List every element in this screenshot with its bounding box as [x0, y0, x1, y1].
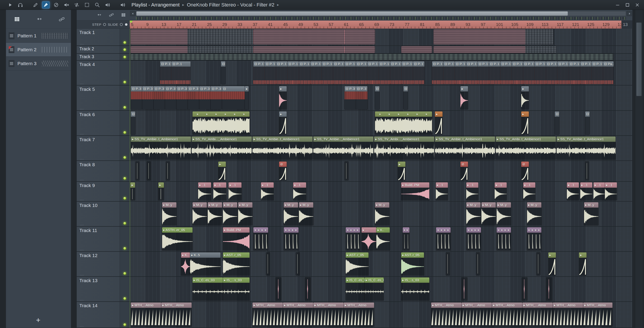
- clip-M..y[interactable]: ▸ M..y: [284, 202, 298, 225]
- clip-MTH_..Atmo[interactable]: ▸ MTH_..Atmo: [161, 302, 192, 327]
- clip-hit[interactable]: [522, 277, 528, 300]
- clip-P..3[interactable]: ⊟ P..3: [356, 86, 368, 109]
- clip-pp[interactable]: [434, 46, 526, 53]
- track-lane[interactable]: ▸⊘▸⊘⊘: [130, 161, 632, 181]
- track-lane[interactable]: ▸ IS_C..es_03▸ IS_...s_03▸ IS_C..es_03▸ …: [130, 277, 632, 301]
- clip-hit[interactable]: [276, 277, 282, 300]
- clip-swp[interactable]: ▸: [435, 111, 442, 134]
- clip-IS_C..es_03[interactable]: ▸ IS_C..es_03: [365, 277, 384, 300]
- clip-AST..r_05[interactable]: ▸ AST..r_05: [223, 252, 250, 275]
- clip-MTH_..Atmo[interactable]: ▸ MTH_..Atmo: [313, 302, 344, 327]
- clip-pg[interactable]: [526, 46, 556, 53]
- track-lane[interactable]: [130, 46, 632, 53]
- clip-K..[interactable]: ▸ K..: [376, 227, 390, 250]
- clip-..1[interactable]: ▸ ..1: [293, 182, 306, 200]
- clip-SS_TV_Ambi..t_Ambience1[interactable]: ▸ SS_TV_Ambi..t_Ambience1: [496, 137, 556, 160]
- clip-Pa..1[interactable]: ⊟ Pa..1: [603, 61, 614, 84]
- clip-..1[interactable]: ▸ ..1: [594, 182, 606, 200]
- clip-p3[interactable]: ⊟: [222, 86, 245, 109]
- mute-icon[interactable]: [62, 1, 70, 9]
- clip-SS_TV_Ambi..._Ambience1[interactable]: ▸ SS_TV_Ambi..._Ambience1: [192, 137, 252, 160]
- clip-..1[interactable]: ▸ ..1: [466, 182, 478, 200]
- clip-pt[interactable]: [131, 54, 614, 60]
- clip-M..y[interactable]: ▸ M..y: [527, 202, 542, 225]
- clip-gs[interactable]: ⊟: [585, 111, 590, 134]
- track-led[interactable]: [123, 156, 126, 159]
- clip-Build..PM[interactable]: ▸ Build..PM: [401, 182, 429, 200]
- clip-ag[interactable]: ▸▸▸▸▸▸: [375, 111, 432, 134]
- clip-IS_...s_03[interactable]: ▸ IS_...s_03: [223, 277, 250, 300]
- track-lane[interactable]: ▸ SS_TV_Ambie..t_Ambience1▸ SS_TV_Ambi..…: [130, 136, 632, 160]
- maximize-button[interactable]: [624, 1, 632, 9]
- clip-gs[interactable]: ⊟: [131, 111, 135, 134]
- clip-K..5[interactable]: ▸ K..5: [190, 252, 220, 275]
- draw-icon[interactable]: [32, 1, 39, 9]
- headphones-icon[interactable]: [16, 1, 24, 9]
- clip-AST..r_05[interactable]: ▸ AST..r_05: [346, 252, 368, 275]
- link-icon[interactable]: [108, 12, 115, 18]
- clip-pp[interactable]: [131, 29, 188, 45]
- track-led[interactable]: [123, 106, 126, 109]
- clip-ln[interactable]: [446, 252, 450, 275]
- clip-ln[interactable]: [344, 162, 348, 180]
- clip-hit[interactable]: [305, 277, 311, 300]
- clip-P..1[interactable]: ⊟ P..1: [455, 61, 466, 84]
- track-lane[interactable]: ⊟ P..3⊟ P..3⊟ P..3⊟ P..3⊟ P..3⊟ P..3⊟ P.…: [130, 86, 632, 110]
- track-header[interactable]: Track 2: [77, 46, 130, 53]
- track-header[interactable]: Track 4...: [77, 61, 130, 85]
- track-led[interactable]: [123, 272, 126, 275]
- slip-icon[interactable]: [73, 1, 80, 9]
- clip-IS_..s_03[interactable]: ▸ IS_..s_03: [401, 277, 429, 300]
- link-icon[interactable]: [58, 15, 66, 24]
- clip-M..y[interactable]: ▸ M..y: [497, 202, 511, 225]
- ruler-bar[interactable]: 5913172125293337414549535761656973778185…: [130, 21, 622, 29]
- clip-ln[interactable]: [536, 252, 540, 275]
- diamonds-icon[interactable]: [96, 12, 103, 18]
- clip-▸[interactable]: ▸: [245, 86, 249, 109]
- clip-..1[interactable]: ▸ ..1: [495, 182, 507, 200]
- clip-pg[interactable]: [188, 29, 253, 45]
- clip-pur[interactable]: ▸▸▸▸: [527, 227, 542, 250]
- clip-ln[interactable]: [476, 252, 480, 275]
- clip-M..y[interactable]: ▸ M..y: [375, 202, 390, 225]
- track-header[interactable]: Track 3: [77, 54, 130, 60]
- clip-swp[interactable]: ▸: [548, 252, 556, 275]
- slide-dot-button[interactable]: [125, 23, 128, 26]
- clip-Build..PM[interactable]: ▸ Build..PM: [223, 227, 250, 250]
- track-led[interactable]: [123, 323, 126, 326]
- clip-M..y[interactable]: ▸ M..y: [192, 202, 207, 225]
- clip-..1[interactable]: ▸ ..1: [567, 182, 579, 200]
- playhead-marker[interactable]: [130, 21, 133, 23]
- clip-MTH_..Atmo[interactable]: ▸ MTH_..Atmo: [131, 302, 161, 327]
- clip-P..1[interactable]: ⊟ P..1: [368, 61, 379, 84]
- clip-P..3[interactable]: ⊟ P..3: [188, 86, 199, 109]
- clip-swp[interactable]: ▸: [521, 111, 529, 134]
- track-lane[interactable]: ▸▸▸ ..1▸ ..1▸ ..1▸ ..1▸ ..1▸ Build..PM▸ …: [130, 182, 632, 201]
- clip-MTH_..Atmo[interactable]: ▸ MTH_..Atmo: [492, 302, 522, 327]
- clip-gs[interactable]: ⊟: [404, 86, 408, 109]
- track-header[interactable]: Track 5...: [77, 86, 130, 110]
- track-led[interactable]: [123, 197, 126, 200]
- clip-M..y[interactable]: ▸ M..y: [162, 202, 177, 225]
- clip-P..1[interactable]: ⊟ P..1: [253, 61, 265, 84]
- track-led[interactable]: [123, 297, 126, 300]
- clip-pp[interactable]: [344, 46, 375, 53]
- clip-P..1[interactable]: ⊟ P..1: [535, 61, 546, 84]
- clip-MTH_..Atmo[interactable]: ▸ MTH_..Atmo: [283, 302, 313, 327]
- clip-P..1[interactable]: ⊟ P..1: [500, 61, 512, 84]
- track-header[interactable]: Track 7...: [77, 136, 130, 160]
- clip-gs[interactable]: ⊟: [221, 61, 226, 84]
- clip-P..1[interactable]: ⊟ P..1: [444, 61, 455, 84]
- clip-P..1[interactable]: ⊟ P..1: [379, 61, 390, 84]
- speaker-icon[interactable]: [119, 1, 126, 9]
- clip-MTH_...Atmo[interactable]: ▸ MTH_...Atmo: [462, 302, 492, 327]
- track-header[interactable]: Track 13...: [77, 277, 130, 301]
- clip-hit[interactable]: ▸: [521, 86, 529, 109]
- clip-P..1[interactable]: ⊟ P..1: [592, 61, 603, 84]
- clip-ln[interactable]: [296, 252, 300, 275]
- track-header[interactable]: Track 8...: [77, 161, 130, 181]
- track-led[interactable]: [123, 81, 126, 84]
- clip-pur[interactable]: ▸▸▸▸: [346, 227, 360, 250]
- playback-icon[interactable]: [104, 1, 111, 9]
- horizontal-scrollbar[interactable]: [136, 11, 626, 16]
